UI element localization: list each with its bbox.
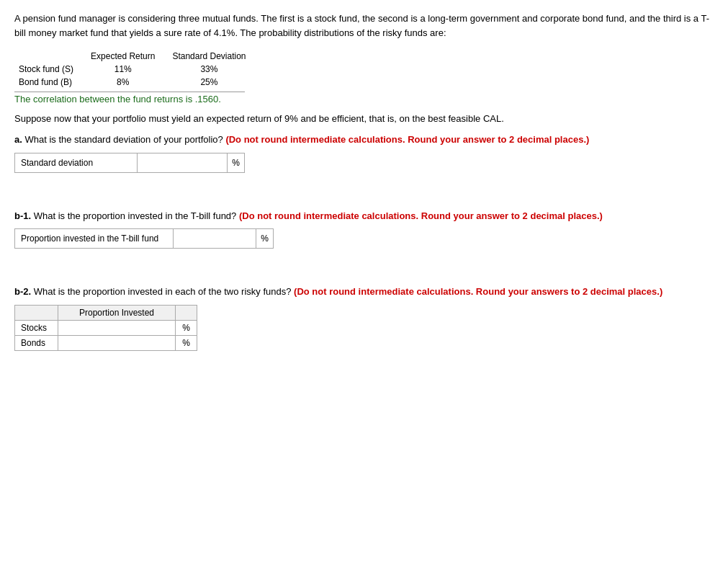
- correlation-text: The correlation between the fund returns…: [14, 94, 714, 104]
- question-b2-block: b-2. What is the proportion invested in …: [14, 285, 714, 351]
- standard-deviation-label: Standard deviation: [15, 153, 138, 172]
- proportion-invested-table: Proportion Invested Stocks % Bonds %: [14, 305, 197, 351]
- stock-expected-return: 11%: [86, 63, 168, 76]
- question-b1-bold: b-1.: [14, 210, 31, 221]
- bonds-proportion-input[interactable]: [58, 336, 175, 350]
- bond-fund-label: Bond fund (B): [14, 76, 86, 89]
- stocks-row: Stocks %: [15, 320, 197, 335]
- bonds-input-cell: [58, 335, 176, 350]
- tbill-proportion-field-cell: [174, 229, 256, 248]
- question-b1-normal: What is the proportion invested in the T…: [31, 210, 236, 221]
- col-header-std-dev: Standard Deviation: [168, 50, 259, 63]
- question-b2-label: b-2. What is the proportion invested in …: [14, 285, 714, 299]
- proportion-table-pct-header: [176, 305, 197, 320]
- stock-fund-label: Stock fund (S): [14, 63, 86, 76]
- fund-data-table: Expected Return Standard Deviation Stock…: [14, 50, 259, 89]
- tbill-proportion-input-row: Proportion invested in the T-bill fund %: [14, 228, 274, 249]
- bonds-row: Bonds %: [15, 335, 197, 350]
- question-a-label: a. What is the standard deviation of you…: [14, 133, 714, 147]
- tbill-proportion-input[interactable]: [174, 229, 256, 248]
- standard-deviation-input[interactable]: [138, 153, 227, 172]
- question-b1-block: b-1. What is the proportion invested in …: [14, 209, 714, 249]
- stocks-percent: %: [176, 320, 197, 335]
- stocks-label: Stocks: [15, 320, 58, 335]
- tbill-proportion-percent: %: [256, 229, 273, 248]
- standard-deviation-field-cell: [138, 153, 227, 172]
- question-a-bold: a.: [14, 134, 22, 145]
- proportion-table-header: Proportion Invested: [58, 305, 176, 320]
- question-a-block: a. What is the standard deviation of you…: [14, 133, 714, 173]
- stocks-input-cell: [58, 320, 176, 335]
- question-a-normal: What is the standard deviation of your p…: [22, 134, 223, 145]
- standard-deviation-input-row: Standard deviation %: [14, 153, 245, 173]
- proportion-table-empty-header: [15, 305, 58, 320]
- question-b1-red: (Do not round intermediate calculations.…: [239, 210, 603, 221]
- standard-deviation-percent: %: [227, 153, 244, 172]
- bond-expected-return: 8%: [86, 76, 168, 89]
- question-a-red: (Do not round intermediate calculations.…: [225, 134, 589, 145]
- bond-std-dev: 25%: [168, 76, 259, 89]
- bonds-percent: %: [176, 335, 197, 350]
- bonds-label: Bonds: [15, 335, 58, 350]
- question-b2-bold: b-2.: [14, 286, 31, 297]
- suppose-text: Suppose now that your portfolio must yie…: [14, 113, 714, 124]
- col-header-expected-return: Expected Return: [86, 50, 168, 63]
- question-b2-normal: What is the proportion invested in each …: [31, 286, 291, 297]
- tbill-proportion-label: Proportion invested in the T-bill fund: [15, 229, 174, 248]
- stock-std-dev: 33%: [168, 63, 259, 76]
- intro-paragraph: A pension fund manager is considering th…: [14, 12, 714, 40]
- col-label-empty: [14, 50, 86, 63]
- question-b1-label: b-1. What is the proportion invested in …: [14, 209, 714, 223]
- question-b2-red: (Do not round intermediate calculations.…: [294, 286, 662, 297]
- stocks-proportion-input[interactable]: [58, 321, 175, 335]
